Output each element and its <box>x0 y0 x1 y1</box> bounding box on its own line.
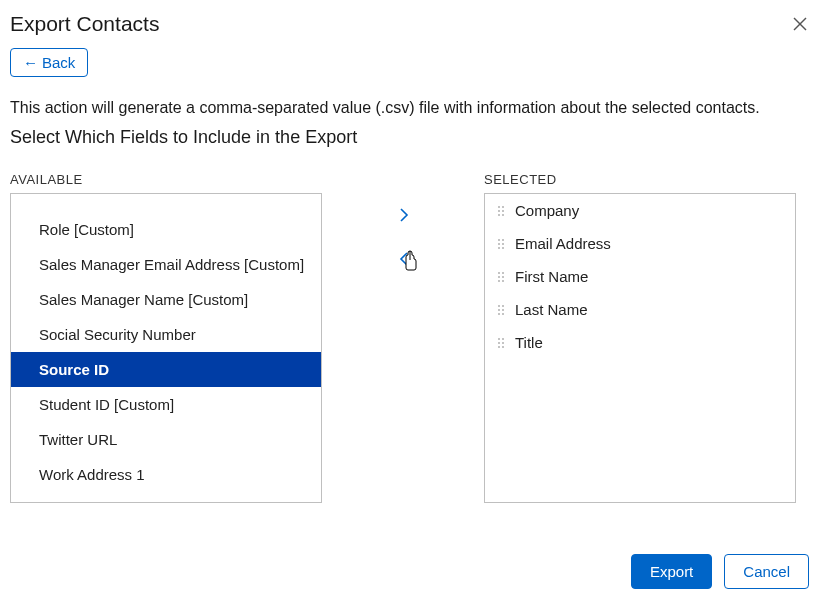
selected-item[interactable]: Email Address <box>485 227 795 260</box>
dialog-header: Export Contacts <box>10 8 809 42</box>
back-button-label: Back <box>42 54 75 71</box>
svg-point-21 <box>502 305 504 307</box>
selected-listbox[interactable]: CompanyEmail AddressFirst NameLast NameT… <box>484 193 796 503</box>
selected-item-label: Email Address <box>515 235 611 252</box>
available-item[interactable]: Sales Manager Name [Custom] <box>11 282 321 317</box>
svg-point-16 <box>498 276 500 278</box>
svg-point-22 <box>498 309 500 311</box>
available-listbox[interactable]: Role [Custom]Sales Manager Email Address… <box>10 193 322 503</box>
transfer-controls <box>322 193 484 503</box>
selected-label: SELECTED <box>484 172 557 187</box>
available-item[interactable]: Source ID <box>11 352 321 387</box>
move-left-button[interactable] <box>394 249 414 269</box>
svg-point-5 <box>502 210 504 212</box>
available-item[interactable]: Twitter URL <box>11 422 321 457</box>
arrow-left-icon: ← <box>23 54 38 71</box>
close-icon[interactable] <box>791 15 809 33</box>
selected-item-label: Title <box>515 334 543 351</box>
svg-point-17 <box>502 276 504 278</box>
column-labels: AVAILABLE SELECTED <box>10 172 809 187</box>
dialog-description: This action will generate a comma-separa… <box>10 99 809 117</box>
drag-handle-icon[interactable] <box>497 238 505 250</box>
dialog-subheading: Select Which Fields to Include in the Ex… <box>10 127 809 148</box>
svg-point-6 <box>498 214 500 216</box>
drag-handle-icon[interactable] <box>497 205 505 217</box>
selected-item-label: Last Name <box>515 301 588 318</box>
svg-point-27 <box>502 338 504 340</box>
svg-point-30 <box>498 346 500 348</box>
drag-handle-icon[interactable] <box>497 337 505 349</box>
available-item[interactable]: Role [Custom] <box>11 212 321 247</box>
svg-point-20 <box>498 305 500 307</box>
dialog-footer: Export Cancel <box>631 554 809 589</box>
svg-point-2 <box>498 206 500 208</box>
available-item[interactable]: Sales Manager Email Address [Custom] <box>11 247 321 282</box>
selected-item-label: Company <box>515 202 579 219</box>
selected-item-label: First Name <box>515 268 588 285</box>
svg-point-14 <box>498 272 500 274</box>
selected-item[interactable]: Last Name <box>485 293 795 326</box>
available-item[interactable]: Work Address 1 <box>11 457 321 492</box>
svg-point-26 <box>498 338 500 340</box>
available-item[interactable]: Social Security Number <box>11 317 321 352</box>
back-button[interactable]: ← Back <box>10 48 88 77</box>
available-item[interactable]: Student ID [Custom] <box>11 387 321 422</box>
svg-point-25 <box>502 313 504 315</box>
svg-point-13 <box>502 247 504 249</box>
selected-item[interactable]: Company <box>485 194 795 227</box>
dialog-title: Export Contacts <box>10 12 159 36</box>
svg-point-15 <box>502 272 504 274</box>
export-button[interactable]: Export <box>631 554 712 589</box>
available-label: AVAILABLE <box>10 172 484 187</box>
move-right-button[interactable] <box>394 205 414 225</box>
dual-listbox: Role [Custom]Sales Manager Email Address… <box>10 193 809 503</box>
svg-point-24 <box>498 313 500 315</box>
svg-point-19 <box>502 280 504 282</box>
svg-point-4 <box>498 210 500 212</box>
svg-point-9 <box>502 239 504 241</box>
selected-item[interactable]: First Name <box>485 260 795 293</box>
cancel-button[interactable]: Cancel <box>724 554 809 589</box>
svg-point-12 <box>498 247 500 249</box>
svg-point-8 <box>498 239 500 241</box>
svg-point-7 <box>502 214 504 216</box>
drag-handle-icon[interactable] <box>497 304 505 316</box>
drag-handle-icon[interactable] <box>497 271 505 283</box>
svg-point-11 <box>502 243 504 245</box>
selected-item[interactable]: Title <box>485 326 795 359</box>
svg-point-3 <box>502 206 504 208</box>
svg-point-31 <box>502 346 504 348</box>
export-contacts-dialog: Export Contacts ← Back This action will … <box>0 0 819 599</box>
svg-point-18 <box>498 280 500 282</box>
svg-point-10 <box>498 243 500 245</box>
svg-point-23 <box>502 309 504 311</box>
svg-point-29 <box>502 342 504 344</box>
svg-point-28 <box>498 342 500 344</box>
